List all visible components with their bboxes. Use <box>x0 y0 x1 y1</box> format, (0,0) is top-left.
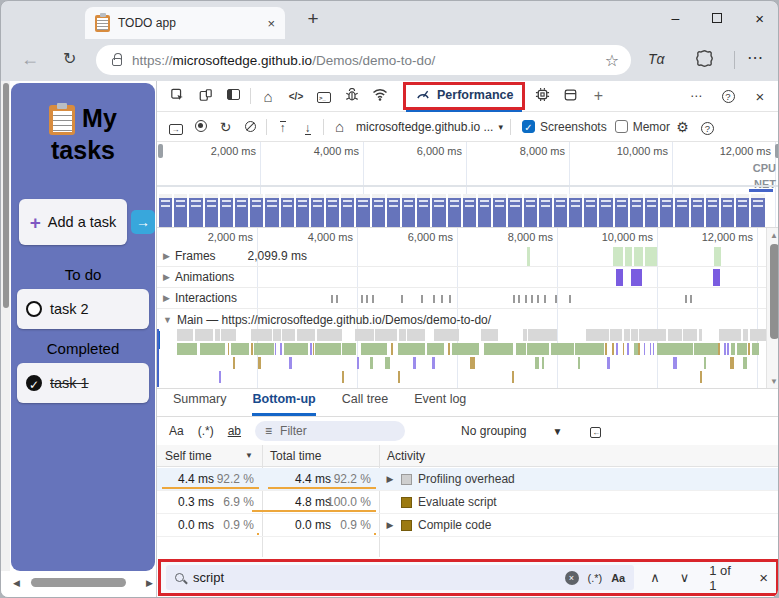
flame-segment <box>527 343 549 355</box>
timeline-overview[interactable]: 2,000 ms4,000 ms6,000 ms8,000 ms10,000 m… <box>157 142 779 228</box>
track-frames[interactable]: ▶Frames 2,099.9 ms <box>157 246 766 267</box>
details-tab-bottom-up[interactable]: Bottom-up <box>252 392 315 416</box>
memory-checkbox[interactable] <box>615 120 628 133</box>
tab-console-icon[interactable]: >_ <box>310 89 338 103</box>
devtools-help-icon[interactable]: ? <box>714 89 742 103</box>
capture-settings-gear-icon[interactable]: ⚙ <box>670 119 695 135</box>
find-previous-icon[interactable]: ∧ <box>650 570 660 585</box>
load-profile-icon[interactable]: ↑ <box>270 119 295 135</box>
activity-label: Evaluate script <box>418 495 497 509</box>
perf-help-icon[interactable]: ? <box>695 119 720 135</box>
col-total-time[interactable]: Total time <box>270 449 321 463</box>
screenshots-checkbox[interactable]: ✓ <box>522 120 535 133</box>
scrollbar-thumb[interactable] <box>3 83 9 308</box>
window-close-icon[interactable]: × <box>755 10 764 27</box>
track-animations[interactable]: ▶Animations <box>157 267 766 288</box>
table-row[interactable]: 0.0 ms0.9 %0.0 ms0.9 %▶Compile code <box>157 514 779 537</box>
task-checkbox-unchecked[interactable] <box>26 301 42 317</box>
table-row[interactable]: 0.3 ms6.9 %4.8 ms100.0 %Evaluate script <box>157 491 779 514</box>
details-tab-event-log[interactable]: Event log <box>414 392 466 416</box>
tab-elements-icon[interactable]: </> <box>282 91 310 102</box>
home-icon[interactable]: ⌂ <box>327 118 352 135</box>
toggle-sidebar-icon[interactable]: → <box>163 119 188 135</box>
add-task-button[interactable]: + Add a task <box>19 199 127 245</box>
task-item-completed[interactable]: ✓ task 1 <box>17 363 149 403</box>
overview-left-handle[interactable] <box>158 144 163 158</box>
find-next-icon[interactable]: ∨ <box>680 570 690 585</box>
heaviest-stack-icon[interactable]: ← <box>590 424 601 438</box>
page-vertical-scrollbar[interactable] <box>1 81 10 571</box>
details-tab-call-tree[interactable]: Call tree <box>342 392 389 416</box>
screenshot-thumbnail <box>432 194 445 227</box>
flame-segment <box>743 357 747 369</box>
table-header-row: Self time ▼ Total time Activity <box>157 445 779 467</box>
memory-checkbox-row[interactable]: Memor <box>615 120 670 134</box>
page-selector-dropdown[interactable]: microsoftedge.github.io ... ▾ <box>356 120 503 134</box>
screenshot-thumbnail <box>356 194 369 227</box>
task-checkbox-checked[interactable]: ✓ <box>26 375 42 391</box>
tab-close-icon[interactable]: × <box>267 16 275 31</box>
table-row[interactable]: 4.4 ms92.2 %4.4 ms92.2 %▶Profiling overh… <box>157 468 779 491</box>
regex-icon[interactable]: (.*) <box>198 424 214 438</box>
submit-task-button[interactable]: → <box>131 210 155 234</box>
dock-side-icon[interactable] <box>219 89 247 103</box>
scrollbar-thumb[interactable] <box>31 578 126 587</box>
task-item-todo[interactable]: task 2 <box>17 289 149 329</box>
tab-performance[interactable]: Performance <box>406 81 522 112</box>
device-emulation-icon[interactable] <box>191 88 219 105</box>
window-minimize-icon[interactable]: – <box>671 10 679 26</box>
tab-application-icon[interactable] <box>556 88 584 105</box>
scroll-right-icon[interactable]: ▶ <box>146 578 153 588</box>
grouping-dropdown[interactable]: No grouping ▼ <box>461 424 562 438</box>
flame-segment <box>398 343 425 355</box>
tab-welcome-home-icon[interactable]: ⌂ <box>254 88 282 105</box>
filter-input[interactable]: ≡ Filter <box>255 421 405 441</box>
back-icon[interactable]: ← <box>21 49 39 70</box>
screenshot-filmstrip[interactable] <box>159 194 765 227</box>
inspect-element-icon[interactable] <box>163 88 191 105</box>
track-main-header[interactable]: ▼Main — https://microsoftedge.github.io/… <box>157 309 766 330</box>
find-input[interactable]: script × (.*) Aa <box>166 565 634 590</box>
cell-self-time: 0.3 ms6.9 % <box>157 491 262 513</box>
devtools-close-icon[interactable]: × <box>746 88 774 105</box>
address-bar[interactable]: https://microsoftedge.github.io/Demos/de… <box>96 45 631 75</box>
reload-icon[interactable]: ↻ <box>63 49 76 68</box>
tab-debugger-bug-icon[interactable] <box>338 88 366 105</box>
clear-search-icon[interactable]: × <box>565 571 579 585</box>
tracks-scrollbar[interactable]: ▲ ▼ <box>766 228 779 389</box>
page-horizontal-scrollbar[interactable]: ◀ ▶ <box>11 575 155 590</box>
main-flame-chart[interactable] <box>157 329 766 387</box>
record-reload-icon[interactable]: ↻ <box>213 119 238 135</box>
tab-memory-chip-icon[interactable] <box>528 87 556 105</box>
favorites-star-icon[interactable]: ☆ <box>605 51 619 70</box>
timeline-tracks[interactable]: 2,000 ms4,000 ms6,000 ms8,000 ms10,000 m… <box>157 228 779 389</box>
scrollbar-thumb[interactable] <box>770 244 779 339</box>
find-close-icon[interactable]: × <box>759 569 768 586</box>
window-maximize-icon[interactable] <box>712 13 722 23</box>
scroll-left-icon[interactable]: ◀ <box>13 578 20 588</box>
find-match-case-icon[interactable]: Aa <box>611 572 625 584</box>
read-aloud-icon[interactable]: Tα <box>648 51 665 67</box>
col-self-time[interactable]: Self time <box>165 449 212 463</box>
match-case-icon[interactable]: Aa <box>169 424 184 438</box>
more-tabs-plus-icon[interactable]: + <box>584 87 612 105</box>
track-interactions[interactable]: ▶Interactions <box>157 288 766 309</box>
details-tab-summary[interactable]: Summary <box>173 392 226 416</box>
clear-recording-icon[interactable] <box>238 119 263 135</box>
save-profile-icon[interactable]: ↓ <box>295 119 320 135</box>
browser-tab[interactable]: TODO app × <box>85 7 285 39</box>
whole-word-icon[interactable]: ab <box>228 424 241 438</box>
devtools-more-icon[interactable]: ⋯ <box>682 89 710 103</box>
overview-right-handle[interactable] <box>775 144 779 158</box>
settings-more-icon[interactable]: ⋯ <box>747 48 764 67</box>
screenshots-checkbox-row[interactable]: ✓ Screenshots <box>522 120 607 134</box>
cell-total-time: 0.0 ms0.9 % <box>262 514 379 536</box>
network-activity-bar <box>749 189 773 192</box>
record-icon[interactable] <box>188 119 213 135</box>
interaction-mark <box>531 295 533 303</box>
browser-essentials-icon[interactable] <box>695 49 714 72</box>
find-regex-icon[interactable]: (.*) <box>588 572 603 584</box>
tab-network-wifi-icon[interactable] <box>366 88 394 104</box>
col-activity[interactable]: Activity <box>387 449 425 463</box>
new-tab-button[interactable]: + <box>301 8 325 30</box>
